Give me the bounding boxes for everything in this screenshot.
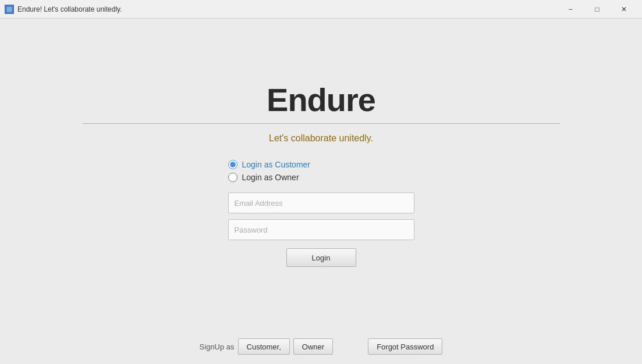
main-content: Endure Let's collaborate unitedly. Login… bbox=[0, 19, 642, 329]
app-icon bbox=[5, 5, 14, 14]
signup-customer-button[interactable]: Customer, bbox=[238, 338, 290, 355]
login-form: Login as Customer Login as Owner Login bbox=[228, 160, 414, 267]
title-bar-title: Endure! Let's collaborate unitedly. bbox=[17, 5, 122, 13]
radio-customer-option[interactable]: Login as Customer bbox=[228, 160, 414, 169]
signup-label: SignUp as bbox=[200, 342, 235, 351]
app-icon-inner bbox=[6, 6, 12, 12]
login-button[interactable]: Login bbox=[286, 248, 356, 267]
footer: SignUp as Customer, Owner Forgot Passwor… bbox=[0, 329, 642, 364]
maximize-button[interactable]: □ bbox=[584, 0, 611, 19]
forgot-password-button[interactable]: Forgot Password bbox=[368, 338, 442, 355]
title-bar-left: Endure! Let's collaborate unitedly. bbox=[5, 5, 122, 14]
signup-area: SignUp as Customer, Owner bbox=[200, 338, 334, 355]
divider bbox=[83, 123, 560, 124]
close-button[interactable]: ✕ bbox=[611, 0, 637, 19]
tagline: Let's collaborate unitedly. bbox=[269, 133, 373, 144]
radio-group: Login as Customer Login as Owner bbox=[228, 160, 414, 182]
email-field[interactable] bbox=[228, 192, 414, 213]
radio-owner-label: Login as Owner bbox=[242, 173, 299, 182]
radio-owner-option[interactable]: Login as Owner bbox=[228, 173, 414, 182]
password-field[interactable] bbox=[228, 219, 414, 240]
title-bar: Endure! Let's collaborate unitedly. − □ … bbox=[0, 0, 642, 19]
minimize-button[interactable]: − bbox=[557, 0, 584, 19]
app-title: Endure bbox=[267, 81, 375, 119]
title-bar-controls: − □ ✕ bbox=[557, 0, 637, 19]
radio-customer-input[interactable] bbox=[228, 160, 237, 169]
radio-owner-input[interactable] bbox=[228, 173, 237, 182]
signup-owner-button[interactable]: Owner bbox=[293, 338, 333, 355]
radio-customer-label: Login as Customer bbox=[242, 160, 311, 169]
